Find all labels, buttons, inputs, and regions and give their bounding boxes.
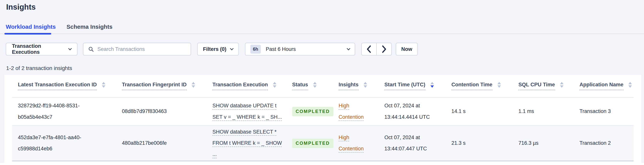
insights-table-card: Latest Transaction Execution ID Transact… (4, 75, 641, 165)
filters-dropdown[interactable]: Filters (0) (197, 43, 239, 56)
tab-bar: Workload Insights Schema Insights (6, 24, 112, 30)
chevron-down-icon (68, 47, 72, 50)
fingerprint-id-cell: 480a8b217be006fe (116, 125, 207, 161)
start-time-cell: Oct 07, 2024 at 13:44:14.4414 UTC (378, 97, 446, 125)
sort-arrows[interactable] (628, 82, 632, 88)
high-contention-link[interactable]: High Contention (338, 103, 364, 120)
contention-time-cell: 14.1 s (446, 97, 513, 125)
time-range-label: Past 6 Hours (266, 46, 342, 52)
sort-arrows[interactable] (102, 82, 105, 88)
previous-time-range-button[interactable] (362, 43, 376, 55)
tab-workload-insights[interactable]: Workload Insights (6, 24, 56, 30)
sql-cpu-time-cell: 1.1 ms (513, 97, 574, 125)
chevron-down-icon (347, 47, 350, 50)
execution-type-dropdown[interactable]: Transaction Executions (6, 43, 78, 56)
contention-time-cell: 21.3 s (446, 125, 513, 161)
fingerprint-id-cell: 08d8b7d97f830463 (116, 97, 207, 125)
search-box[interactable] (83, 43, 191, 56)
search-input[interactable] (98, 46, 186, 52)
column-header-start-time: Start Time (UTC) (378, 75, 446, 97)
chevron-left-icon (366, 45, 372, 53)
sort-arrows[interactable] (498, 82, 501, 88)
table-header-row: Latest Transaction Execution ID Transact… (12, 75, 634, 97)
sort-arrows[interactable] (273, 82, 276, 88)
active-tab-indicator (4, 33, 51, 35)
next-time-range-button[interactable] (376, 43, 391, 55)
transaction-statement-link[interactable]: SHOW database SELECT * FROM t WHERE k = … (212, 129, 282, 157)
filters-label: Filters (0) (203, 46, 226, 52)
tab-divider-line (0, 34, 644, 34)
insights-page: Insights Workload Insights Schema Insigh… (0, 0, 644, 165)
time-range-badge: 6h (250, 45, 261, 54)
status-badge: COMPLETED (292, 139, 333, 148)
statement-cell: SHOW database SELECT * FROM t WHERE k = … (207, 125, 286, 161)
column-header-transaction-execution: Transaction Execution (207, 75, 286, 97)
high-contention-link[interactable]: High Contention (338, 134, 364, 151)
sort-arrows[interactable] (192, 82, 195, 88)
column-header-sql-cpu-time: SQL CPU Time (513, 75, 574, 97)
start-time-cell: Oct 07, 2024 at 13:44:07.447 UTC (378, 125, 446, 161)
column-header-transaction-fingerprint-id: Transaction Fingerprint ID (116, 75, 207, 97)
insights-cell: High Contention (333, 125, 378, 161)
status-cell: COMPLETED (286, 97, 333, 125)
column-header-insights: Insights (333, 75, 378, 97)
results-count: 1-2 of 2 transaction insights (6, 65, 72, 71)
time-range-pager (361, 43, 392, 56)
application-name-cell: Transaction 3 (574, 97, 634, 125)
sort-arrows[interactable] (364, 82, 367, 88)
column-header-status: Status (286, 75, 333, 97)
execution-type-label: Transaction Executions (12, 43, 69, 55)
transaction-insights-table: Latest Transaction Execution ID Transact… (12, 75, 634, 161)
table-row: 328729d2-ff19-4408-8531-b05a5b4e43c7 08d… (12, 97, 634, 125)
execution-id-cell: 452da3e7-e7fa-4801-aa40-c59988d14eb6 (12, 125, 116, 161)
page-title: Insights (6, 3, 36, 11)
sql-cpu-time-cell: 716.3 µs (513, 125, 574, 161)
insights-cell: High Contention (333, 97, 378, 125)
now-button[interactable]: Now (396, 43, 418, 56)
execution-id-cell: 328729d2-ff19-4408-8531-b05a5b4e43c7 (12, 97, 116, 125)
transaction-statement-link[interactable]: SHOW database UPDATE t SET v = _ WHERE k… (212, 103, 282, 120)
time-range-dropdown[interactable]: 6h Past 6 Hours (245, 43, 355, 56)
now-button-label: Now (401, 46, 412, 52)
tab-schema-insights[interactable]: Schema Insights (66, 24, 112, 30)
search-icon (88, 46, 94, 52)
status-badge: COMPLETED (292, 107, 333, 116)
chevron-right-icon (381, 45, 387, 53)
sort-arrows-active[interactable] (430, 82, 434, 88)
chevron-down-icon (230, 47, 234, 50)
column-header-latest-transaction-execution-id: Latest Transaction Execution ID (12, 75, 116, 97)
table-row: 452da3e7-e7fa-4801-aa40-c59988d14eb6 480… (12, 125, 634, 161)
sort-arrows[interactable] (560, 82, 564, 88)
status-cell: COMPLETED (286, 125, 333, 161)
application-name-cell: Transaction 2 (574, 125, 634, 161)
sort-arrows[interactable] (313, 82, 316, 88)
statement-cell: SHOW database UPDATE t SET v = _ WHERE k… (207, 97, 286, 125)
column-header-application-name: Application Name (574, 75, 634, 97)
column-header-contention-time: Contention Time (446, 75, 513, 97)
